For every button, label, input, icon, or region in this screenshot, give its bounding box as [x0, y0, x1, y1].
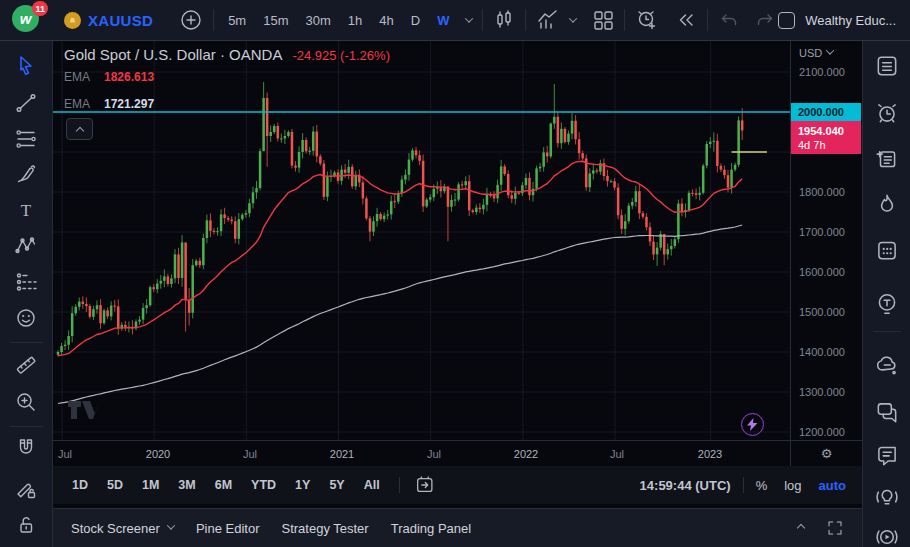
tf-1w-active[interactable]: W [437, 13, 449, 28]
toolbar-divider [707, 9, 708, 31]
drawing-mode-lock-icon[interactable] [14, 477, 38, 501]
range-1d[interactable]: 1D [72, 478, 88, 492]
undo-icon[interactable] [718, 9, 740, 31]
public-chats-icon[interactable] [874, 399, 900, 425]
tab-trading-panel[interactable]: Trading Panel [391, 521, 471, 536]
streams-play-icon[interactable] [874, 524, 900, 547]
price-label: 1800.000 [799, 186, 845, 198]
text-tool-icon[interactable]: T [14, 198, 38, 222]
time-label: Jul [427, 448, 441, 460]
tf-1h[interactable]: 1h [348, 13, 362, 28]
range-1y[interactable]: 1Y [295, 478, 310, 492]
indicators-icon[interactable] [536, 8, 562, 32]
range-5y[interactable]: 5Y [329, 478, 344, 492]
bar-countdown: 4d 7h [798, 138, 861, 152]
multichart-layout-icon[interactable] [592, 9, 614, 31]
tradingview-window: w 11 XAUUSD 5m 15m 30m 1h 4h D W [0, 0, 910, 547]
gear-icon[interactable]: ⚙ [821, 446, 833, 461]
panel-fullscreen-icon[interactable] [826, 519, 844, 537]
range-all[interactable]: All [364, 478, 380, 492]
alerts-clock-icon[interactable] [874, 100, 900, 126]
chevron-down-icon [167, 521, 175, 529]
range-3m[interactable]: 3M [178, 478, 195, 492]
go-to-date-icon[interactable] [414, 474, 436, 496]
bottom-panel: Stock Screener Pine Editor Strategy Test… [53, 508, 862, 547]
boost-flash-button[interactable] [741, 413, 764, 436]
indicators-chevron-down-icon[interactable] [569, 14, 577, 22]
chart-title: Gold Spot / U.S. Dollar · OANDA [64, 46, 282, 63]
fib-retracement-tool-icon[interactable] [14, 127, 38, 151]
tf-4h[interactable]: 4h [379, 13, 393, 28]
drawing-toolbar: T [0, 41, 53, 547]
tab-stock-screener[interactable]: Stock Screener [71, 521, 174, 536]
range-6m[interactable]: 6M [215, 478, 232, 492]
price-label: 1700.000 [799, 226, 845, 238]
time-label: Jul [610, 448, 624, 460]
tf-30m[interactable]: 30m [306, 13, 331, 28]
chart-pane[interactable]: Gold Spot / U.S. Dollar · OANDA-24.925 (… [53, 41, 790, 440]
redo-icon[interactable] [754, 9, 776, 31]
save-layout-icon[interactable] [778, 12, 795, 29]
top-toolbar: w 11 XAUUSD 5m 15m 30m 1h 4h D W [0, 0, 910, 41]
range-1m[interactable]: 1M [142, 478, 159, 492]
current-price-value: 1954.040 [798, 124, 861, 138]
time-label: Jul [243, 448, 257, 460]
measure-ruler-icon[interactable] [14, 353, 38, 377]
auto-scale-button[interactable]: auto [819, 478, 846, 493]
price-label: 2100.000 [799, 66, 845, 78]
tf-1d[interactable]: D [411, 13, 420, 28]
trend-line-tool-icon[interactable] [14, 91, 38, 115]
bar-replay-icon[interactable] [675, 9, 697, 31]
panel-expand-chevron-icon[interactable] [797, 524, 805, 532]
chart-legend: Gold Spot / U.S. Dollar · OANDA-24.925 (… [64, 46, 390, 111]
journal-notes-icon[interactable] [874, 146, 900, 172]
chevron-down-icon [826, 46, 834, 54]
watchlist-icon[interactable] [874, 53, 900, 79]
percent-scale-button[interactable]: % [756, 478, 768, 493]
current-price-tag: 1954.040 4d 7h [791, 121, 861, 154]
compare-add-icon[interactable] [179, 8, 203, 32]
logo-button[interactable]: w 11 [12, 5, 42, 35]
tf-15m[interactable]: 15m [263, 13, 288, 28]
price-label: 1400.000 [799, 346, 845, 358]
symbol-search-button[interactable]: XAUUSD [64, 12, 153, 29]
range-5d[interactable]: 5D [107, 478, 123, 492]
log-scale-button[interactable]: log [784, 478, 801, 493]
account-area[interactable]: Wealthy Educ... [778, 12, 896, 29]
legend-collapse-button[interactable] [66, 118, 93, 140]
live-ideas-bulb-icon[interactable] [874, 484, 900, 510]
right-sidebar [862, 41, 910, 547]
axis-currency-menu[interactable]: USD [799, 47, 833, 59]
time-axis[interactable]: Jul 2020 Jul 2021 Jul 2022 Jul 2023 [53, 440, 790, 466]
price-axis[interactable]: USD 2100.000 1800.000 1700.000 1600.000 … [790, 41, 862, 440]
ideas-bulb-icon[interactable] [874, 291, 900, 317]
zoom-in-tool-icon[interactable] [14, 390, 38, 414]
currency-label: USD [799, 47, 822, 59]
brush-tool-icon[interactable] [14, 162, 38, 186]
tf-5m[interactable]: 5m [228, 13, 246, 28]
ema-fast-value: 1826.613 [104, 70, 154, 84]
account-name: Wealthy Educ... [805, 13, 896, 28]
tab-pine-editor[interactable]: Pine Editor [196, 521, 260, 536]
lock-all-drawings-icon[interactable] [14, 513, 38, 537]
ema-row: EMA1721.297 [64, 97, 390, 111]
calendar-icon[interactable] [874, 237, 900, 263]
axis-settings-corner[interactable]: ⚙ [790, 440, 862, 466]
cursor-tool-icon[interactable] [14, 54, 38, 78]
timeframe-chevron-down-icon[interactable] [465, 14, 473, 22]
hline-price-tag: 2000.000 [791, 103, 861, 121]
hotlists-flame-icon[interactable] [874, 191, 900, 217]
time-label: 2022 [514, 448, 538, 460]
forecast-tool-icon[interactable] [14, 270, 38, 294]
minds-cloud-icon[interactable] [874, 352, 900, 378]
chart-style-candles-icon[interactable] [493, 9, 515, 31]
magnet-mode-icon[interactable] [14, 436, 38, 460]
clock-utc[interactable]: 14:59:44 (UTC) [640, 478, 731, 493]
create-alert-icon[interactable] [635, 8, 659, 32]
emoji-tool-icon[interactable] [14, 306, 38, 330]
range-ytd[interactable]: YTD [251, 478, 276, 492]
chat-bubble-icon[interactable] [874, 442, 900, 468]
tab-strategy-tester[interactable]: Strategy Tester [281, 521, 368, 536]
toolbar-divider [213, 9, 214, 31]
xabcd-pattern-tool-icon[interactable] [14, 234, 38, 258]
